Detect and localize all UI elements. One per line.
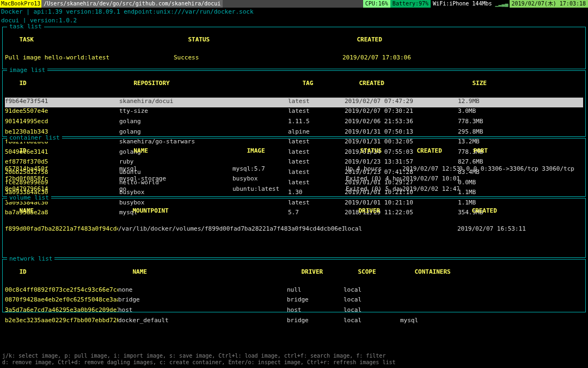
network-header: IDNAMEDRIVERSCOPECONTAINERS: [5, 261, 583, 286]
volume-header: NAMEMOUNTPOINTDRIVERCREATED: [5, 200, 583, 225]
cpu-indicator: CPU:16%: [363, 0, 390, 8]
signal-bars-icon: ▁▂▃▄: [494, 0, 509, 8]
network-row[interactable]: 00c8c4ff0892f073ce2f54c93c66e7cc47f8a76d…: [5, 286, 583, 297]
keybind-help: j/k: select image, p: pull image, i: imp…: [2, 353, 395, 366]
network-row[interactable]: 0870f9428ae4eb2ef0c625f5048ce3aae4804a73…: [5, 296, 583, 306]
image-row[interactable]: f9b64e73f541skanehira/docuilatest2019/02…: [5, 98, 583, 108]
hostname: MacBookPro13: [0, 0, 41, 8]
container-row[interactable]: 657814ba450fmysqlmysql:5.7Up 4 hours2019…: [5, 165, 583, 176]
container-header: IDNAMEIMAGESTATUSCREATEDPORT: [5, 140, 583, 165]
cwd-path: /Users/skanehira/dev/go/src/github.com/s…: [41, 0, 223, 8]
image-row[interactable]: 91dee5507e4etty-sizelatest2019/02/07 07:…: [5, 107, 583, 118]
container-list-panel[interactable]: container list IDNAMEIMAGESTATUSCREATEDP…: [2, 138, 586, 197]
battery-indicator: Battery:97%: [390, 0, 431, 8]
image-row[interactable]: 901414995ecdgolang1.11.52019/02/06 21:53…: [5, 118, 583, 128]
image-header: IDREPOSITORYTAGCREATEDSIZE: [5, 72, 583, 98]
docui-info-line: docui | version:1.0.2: [0, 16, 588, 25]
network-row[interactable]: 3a5d7a6e7cd7a46295e3a0b96c209de1c76e7f81…: [5, 306, 583, 317]
panel-title: container list: [7, 134, 62, 142]
help-line-2: d: remove image, Ctrl+d: remove dagling …: [2, 359, 395, 366]
panel-title: volume list: [7, 194, 51, 202]
docker-info-line: Docker | api:1.39 version:18.09.1 endpoi…: [0, 8, 588, 16]
volume-list-panel[interactable]: volume list NAMEMOUNTPOINTDRIVERCREATED …: [2, 198, 586, 258]
status-bar: MacBookPro13 /Users/skanehira/dev/go/src…: [0, 0, 588, 8]
help-line-1: j/k: select image, p: pull image, i: imp…: [2, 353, 395, 359]
container-row[interactable]: f2bd0f0858fcmysql-storagebusyboxExited (…: [5, 175, 583, 185]
panel-title: image list: [7, 67, 47, 74]
image-list-panel[interactable]: image list IDREPOSITORYTAGCREATEDSIZE f9…: [2, 70, 586, 137]
volume-row[interactable]: f899d00fad7ba28221a7f483a0f94cd4dcb06e1a…: [5, 225, 583, 236]
network-row[interactable]: b2e3ec3235aae0229cf7bb007ebbd7268b47af77…: [5, 317, 583, 327]
network-list-panel[interactable]: network list IDNAMEDRIVERSCOPECONTAINERS…: [2, 259, 586, 312]
task-row[interactable]: Pull image hello-world:latestSuccess2019…: [5, 54, 583, 64]
panel-title: task list: [7, 23, 44, 31]
wifi-indicator: WiFi:iPhone 144Mbs: [431, 0, 494, 8]
datetime: 2019/02/07(木) 17:03:18: [510, 0, 588, 8]
task-header: TASKSTATUSCREATED: [5, 28, 583, 54]
task-list-panel[interactable]: task list TASKSTATUSCREATED Pull image h…: [2, 27, 586, 69]
container-row[interactable]: 8e0479796614goubuntu:latestExited (0) 5 …: [5, 185, 583, 196]
panel-title: network list: [7, 255, 54, 263]
image-row[interactable]: be1230a1b343golangalpine2019/01/31 07:50…: [5, 128, 583, 138]
